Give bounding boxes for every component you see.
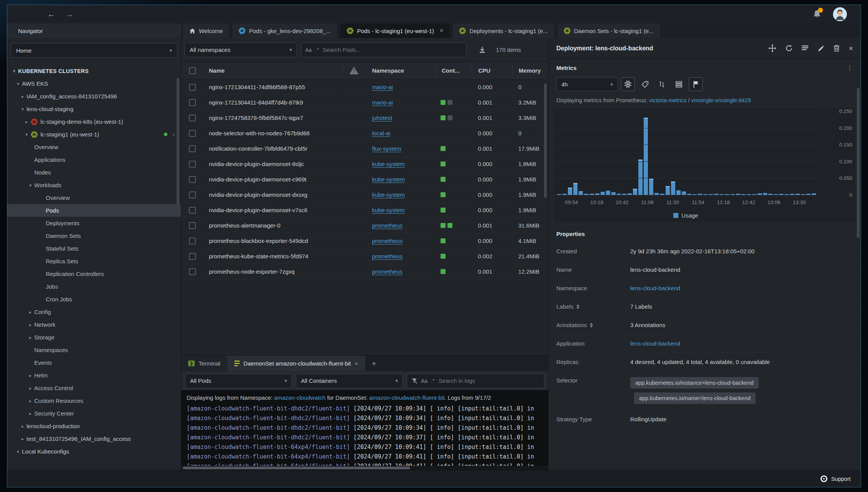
namespace-link[interactable]: kube-system bbox=[372, 161, 405, 167]
sidebar-item-lc-staging-demo-k8s-eu-west-1-[interactable]: ▸lc-staging-demo-k8s (eu-west-1) bbox=[7, 115, 181, 128]
namespace-link[interactable]: kube-system bbox=[372, 176, 405, 183]
sidebar-item-events[interactable]: Events bbox=[7, 356, 181, 369]
namespace-link[interactable]: flux-system bbox=[372, 145, 401, 152]
navigator-header[interactable]: Navigator bbox=[7, 23, 181, 38]
sidebar-item-overview[interactable]: Overview bbox=[7, 141, 181, 153]
metrics-range-select[interactable]: 4h ▾ bbox=[556, 77, 618, 91]
row-checkbox[interactable] bbox=[189, 207, 196, 214]
namespace-link[interactable]: mario-ai bbox=[372, 99, 393, 106]
new-dock-tab-button[interactable]: + bbox=[365, 356, 383, 371]
pods-search-input[interactable] bbox=[323, 47, 462, 53]
tab-pods-lc-staging1-eu-west-1-[interactable]: Pods - lc-staging1 (eu-west-1)× bbox=[341, 23, 449, 38]
namespace-link[interactable]: mario-ai bbox=[372, 84, 393, 90]
chevron-right-icon[interactable]: ▸ bbox=[27, 322, 34, 327]
namespace-link[interactable]: prometheus bbox=[372, 238, 402, 244]
sidebar-item-replication-controllers[interactable]: Replication Controllers bbox=[7, 268, 181, 280]
catalog-context-select[interactable]: Home ▾ bbox=[11, 43, 177, 58]
more-icon[interactable]: ⋮ bbox=[846, 64, 853, 72]
sidebar-item-cron-jobs[interactable]: Cron Jobs bbox=[7, 293, 181, 306]
chevron-right-icon[interactable]: ▸ bbox=[27, 411, 34, 416]
sidebar-item-storage[interactable]: ▸Storage bbox=[7, 331, 181, 344]
chevron-right-icon[interactable]: ▸ bbox=[19, 424, 27, 429]
sidebar-item-lenscloud-production[interactable]: ▸lenscloud-production bbox=[7, 420, 181, 432]
tab-daemon-sets-lc-staging1-e-[interactable]: Daemon Sets - lc-staging1 (e... bbox=[558, 23, 660, 38]
namespace-link[interactable]: juhotest bbox=[372, 115, 392, 121]
sort-arrows-icon[interactable] bbox=[576, 304, 579, 309]
table-row[interactable]: prometheus-kube-state-metrics-5fd974prom… bbox=[181, 249, 548, 264]
storage-metric-button[interactable] bbox=[672, 77, 686, 91]
row-checkbox[interactable] bbox=[189, 99, 196, 106]
row-checkbox[interactable] bbox=[189, 130, 196, 137]
close-icon[interactable]: × bbox=[355, 360, 358, 367]
cpu-usage-chart[interactable]: 0.2500.2000.1500.1000.0500 09:5410:1810:… bbox=[555, 108, 855, 222]
row-checkbox[interactable] bbox=[189, 145, 196, 152]
namespace-link[interactable]: prometheus bbox=[372, 222, 402, 229]
network-metric-button[interactable] bbox=[655, 77, 669, 91]
edit-icon[interactable] bbox=[818, 45, 825, 52]
back-icon[interactable]: ← bbox=[47, 10, 55, 19]
cpu-metric-button[interactable] bbox=[621, 77, 635, 91]
row-checkbox[interactable] bbox=[189, 84, 196, 91]
table-row[interactable]: prometheus-blackbox-exporter-549dcdprome… bbox=[181, 233, 548, 249]
sidebar-item-helm[interactable]: ▸Helm bbox=[7, 369, 181, 382]
log-daemonset-link[interactable]: amazon-cloudwatch-fluent-bit bbox=[369, 394, 444, 401]
chevron-right-icon[interactable]: ▸ bbox=[19, 94, 27, 99]
select-all-checkbox[interactable] bbox=[189, 67, 196, 74]
namespace-select[interactable]: All namespaces ▾ bbox=[185, 43, 297, 57]
sidebar-item-security-center[interactable]: ▸Security Center bbox=[7, 407, 181, 420]
table-row[interactable]: prometheus-node-exporter-7zgxqprometheus… bbox=[181, 264, 548, 279]
log-namespace-link[interactable]: amazon-cloudwatch bbox=[274, 394, 326, 401]
column-containers[interactable]: Cont... bbox=[435, 66, 472, 75]
row-checkbox[interactable] bbox=[189, 176, 196, 183]
namespace-link[interactable]: local-ai bbox=[372, 130, 391, 136]
sidebar-item-overview[interactable]: Overview bbox=[7, 191, 181, 204]
sidebar-item-applications[interactable]: Applications bbox=[7, 153, 181, 166]
download-icon[interactable] bbox=[479, 46, 486, 53]
table-row[interactable]: nvidia-device-plugin-daemonset-8sljckube… bbox=[181, 156, 548, 172]
log-containers-select[interactable]: All Containers ▾ bbox=[296, 374, 403, 388]
table-row[interactable]: nvidia-device-plugin-daemonset-c969tkube… bbox=[181, 172, 548, 187]
tag-metric-button[interactable] bbox=[638, 77, 652, 91]
sidebar-item-pods[interactable]: Pods bbox=[7, 204, 181, 217]
details-scrollbar[interactable] bbox=[857, 88, 860, 238]
logs-lines-icon[interactable] bbox=[801, 45, 809, 52]
table-row[interactable]: nginx-1721304411-84d4ff7d4b-87tk9mario-a… bbox=[181, 95, 548, 110]
delete-icon[interactable] bbox=[833, 45, 840, 52]
namespace-link[interactable]: prometheus bbox=[372, 253, 402, 259]
chevron-down-icon[interactable]: ▾ bbox=[19, 106, 27, 112]
notifications-button[interactable] bbox=[813, 10, 821, 19]
sidebar-item-config[interactable]: ▸Config bbox=[7, 306, 181, 318]
chevron-down-icon[interactable]: ▾ bbox=[27, 183, 34, 188]
sidebar-item-custom-resources[interactable]: ▸Custom Resources bbox=[7, 394, 181, 407]
sidebar-item-lens-cloud-staging[interactable]: ▾lens-cloud-staging bbox=[7, 103, 181, 115]
chevron-down-icon[interactable]: ▾ bbox=[10, 68, 18, 74]
column-namespace[interactable]: Namespace bbox=[366, 67, 435, 74]
column-cpu[interactable]: CPU bbox=[472, 66, 512, 75]
forward-icon[interactable]: → bbox=[65, 10, 73, 19]
sidebar-item-network[interactable]: ▸Network bbox=[7, 318, 181, 331]
regex-icon[interactable]: .* bbox=[431, 378, 435, 384]
table-row[interactable]: nginx-1724758378-5fb6f5847c-tqpx7juhotes… bbox=[181, 110, 548, 126]
close-icon[interactable]: × bbox=[849, 44, 853, 53]
tab-pods-gke-lens-dev-298208-[interactable]: Pods - gke_lens-dev-298208_... bbox=[232, 23, 337, 38]
chevron-down-icon[interactable]: ▾ bbox=[14, 449, 22, 454]
chevron-down-icon[interactable]: ▾ bbox=[14, 81, 22, 86]
chevron-right-icon[interactable]: ▸ bbox=[27, 309, 34, 315]
sidebar-scrollbar[interactable] bbox=[177, 78, 179, 205]
property-link[interactable]: lens-cloud-backend bbox=[630, 340, 680, 347]
pods-table-scrollbar[interactable] bbox=[544, 83, 547, 198]
column-warning[interactable]: ! bbox=[343, 66, 366, 75]
sort-arrows-icon[interactable] bbox=[590, 323, 593, 327]
sidebar-item-lc-staging1-eu-west-1-[interactable]: ▾lc-staging1 (eu-west-1)› bbox=[7, 128, 181, 141]
avatar[interactable] bbox=[833, 7, 847, 21]
log-pods-select[interactable]: All Pods ▾ bbox=[185, 374, 292, 388]
table-row[interactable]: node-selector-with-no-nodes-767b9d68!loc… bbox=[181, 126, 548, 141]
namespace-link[interactable]: kube-system bbox=[372, 207, 405, 213]
sidebar-item-stateful-sets[interactable]: Stateful Sets bbox=[7, 242, 181, 255]
flag-metric-button[interactable] bbox=[689, 77, 703, 91]
dock-tab-daemonset-logs[interactable]: DaemonSet amazon-cloudwatch-fluent-bit × bbox=[227, 356, 365, 371]
row-checkbox[interactable] bbox=[189, 222, 196, 229]
dock-tab-terminal[interactable]: ❯ Terminal bbox=[181, 356, 227, 371]
sidebar-item-test-841310725496-iam-config-acces[interactable]: ▸test_841310725496_IAM_config_access bbox=[7, 432, 181, 445]
table-row[interactable]: notification-controller-7bfbfd6479-cbl5r… bbox=[181, 141, 548, 156]
